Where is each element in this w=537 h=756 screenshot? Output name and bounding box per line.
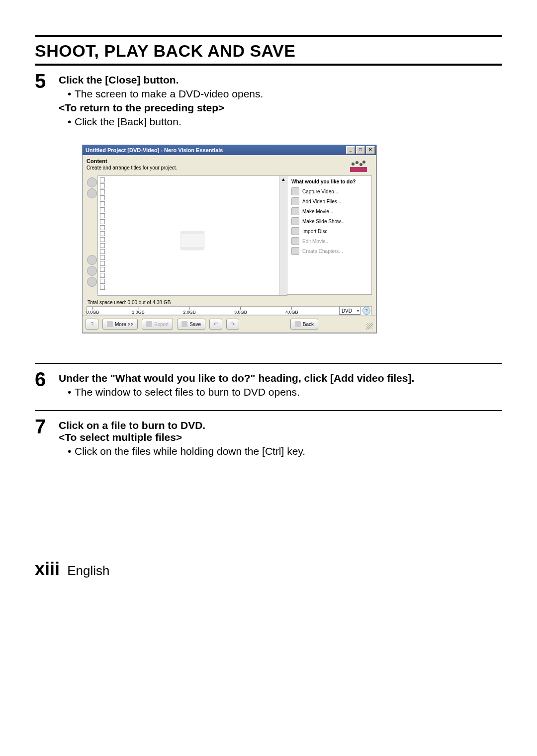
content-heading: Content xyxy=(87,158,372,164)
back-icon xyxy=(295,321,301,327)
step-7-subheading: <To select multiple files> xyxy=(59,431,182,443)
content-subtext: Create and arrange titles for your proje… xyxy=(87,165,372,170)
step-7-heading: Click on a file to burn to DVD. xyxy=(59,420,205,431)
action-capture-video[interactable]: Capture Video... xyxy=(291,187,367,195)
top-rule xyxy=(35,35,502,37)
svg-point-1 xyxy=(352,163,355,166)
bottom-toolbar: ? More >> Export Save ↶ ↷ Ba xyxy=(83,315,376,333)
svg-point-3 xyxy=(359,163,362,166)
tool-icon-4[interactable] xyxy=(87,266,97,276)
more-icon xyxy=(107,321,113,327)
tool-icon-5[interactable] xyxy=(87,277,97,287)
step-5-number: 5 xyxy=(35,71,59,130)
save-button[interactable]: Save xyxy=(177,319,205,330)
step-7: 7 Click on a file to burn to DVD. <To se… xyxy=(35,417,502,459)
help-button[interactable]: ? xyxy=(86,319,98,330)
page-footer: xiii English xyxy=(35,559,502,580)
nero-screenshot: Untitled Project [DVD-Video] - Nero Visi… xyxy=(82,145,502,333)
step-6-heading: Under the "What would you like to do?" h… xyxy=(59,372,414,384)
window-title: Untitled Project [DVD-Video] - Nero Visi… xyxy=(86,147,346,153)
page-number: xiii xyxy=(35,559,60,579)
page-title: SHOOT, PLAY BACK AND SAVE xyxy=(35,41,502,61)
step-5-bullet-1: The screen to make a DVD-video opens. xyxy=(68,88,502,100)
undo-button[interactable]: ↶ xyxy=(209,319,222,330)
step-5-subheading: <To return to the preceding step> xyxy=(59,102,502,114)
capacity-ruler: 0.0GB 1.0GB 2.0GB 3.0GB 4.0GB DVD ? xyxy=(87,306,372,315)
camera-icon xyxy=(291,187,299,195)
redo-button[interactable]: ↷ xyxy=(226,319,239,330)
svg-point-4 xyxy=(362,161,365,164)
resize-grip-icon[interactable] xyxy=(366,323,373,330)
more-button[interactable]: More >> xyxy=(102,319,138,330)
step-7-rule xyxy=(35,410,502,412)
title-underline xyxy=(35,64,502,66)
disc-type-select[interactable]: DVD xyxy=(339,307,360,315)
action-add-video-files[interactable]: Add Video Files... xyxy=(291,197,367,205)
app-window: Untitled Project [DVD-Video] - Nero Visi… xyxy=(82,145,376,333)
export-button: Export xyxy=(142,319,173,330)
tool-icon-2[interactable] xyxy=(87,188,97,198)
step-5-heading: Click the [Close] button. xyxy=(59,74,179,85)
page-language: English xyxy=(67,563,109,578)
step-6-rule xyxy=(35,363,502,364)
step-6: 6 Under the "What would you like to do?"… xyxy=(35,369,502,400)
help-icon[interactable]: ? xyxy=(362,307,370,315)
step-6-bullet-1: The window to select files to burn to DV… xyxy=(68,386,502,398)
title-list[interactable]: ▴ xyxy=(97,175,287,296)
action-import-disc[interactable]: Import Disc xyxy=(291,227,367,235)
clapper-icon xyxy=(291,207,299,215)
tool-icon-1[interactable] xyxy=(87,177,97,187)
svg-rect-7 xyxy=(180,247,204,250)
maximize-button[interactable]: □ xyxy=(356,146,365,154)
step-6-number: 6 xyxy=(35,369,59,400)
left-toolbar xyxy=(87,175,97,296)
edit-icon xyxy=(291,237,299,245)
action-make-movie[interactable]: Make Movie... xyxy=(291,207,367,215)
save-icon xyxy=(181,321,187,327)
nero-logo-icon xyxy=(350,160,367,172)
film-strip-icon xyxy=(178,228,207,253)
close-button[interactable]: ✕ xyxy=(366,146,375,154)
step-5: 5 Click the [Close] button. The screen t… xyxy=(35,71,502,130)
step-5-bullet-2: Click the [Back] button. xyxy=(68,116,502,128)
export-icon xyxy=(146,321,152,327)
chapters-icon xyxy=(291,247,299,255)
action-create-chapters: Create Chapters... xyxy=(291,247,367,255)
space-used-label: Total space used: 0.00 out of 4.38 GB xyxy=(88,300,372,305)
actions-panel: What would you like to do? Capture Video… xyxy=(287,175,372,295)
tool-icon-3[interactable] xyxy=(87,255,97,265)
action-make-slideshow[interactable]: Make Slide Show... xyxy=(291,217,367,225)
window-titlebar: Untitled Project [DVD-Video] - Nero Visi… xyxy=(83,145,376,155)
step-7-bullet-1: Click on the files while holding down th… xyxy=(68,445,502,457)
file-plus-icon xyxy=(291,197,299,205)
step-7-number: 7 xyxy=(35,417,59,459)
action-edit-movie: Edit Movie... xyxy=(291,237,367,245)
svg-rect-6 xyxy=(180,231,204,234)
minimize-button[interactable]: _ xyxy=(346,146,355,154)
list-scrollbar[interactable]: ▴ xyxy=(279,176,287,295)
svg-point-2 xyxy=(356,161,358,164)
back-button[interactable]: Back xyxy=(290,319,318,330)
slideshow-icon xyxy=(291,217,299,225)
disc-icon xyxy=(291,227,299,235)
actions-heading: What would you like to do? xyxy=(291,179,367,184)
svg-rect-0 xyxy=(350,167,367,172)
